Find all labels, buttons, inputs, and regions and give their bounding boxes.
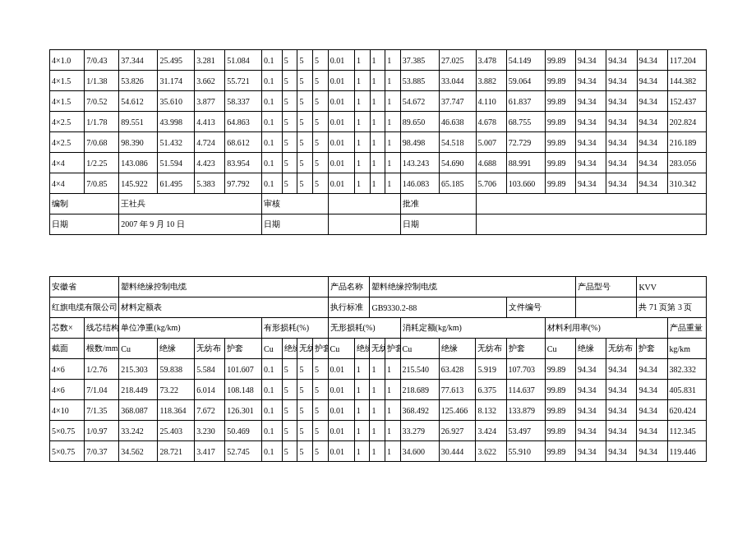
- table-cell: 1: [385, 441, 401, 462]
- table-cell: 94.34: [576, 50, 606, 71]
- table-cell: 152.437: [667, 91, 706, 112]
- table-cell: 51.084: [225, 50, 262, 71]
- table-row: 4×2.51/1.7889.55143.9984.41364.8630.1555…: [50, 112, 707, 132]
- table-cell: 54.149: [506, 50, 545, 71]
- table-cell: 5: [297, 359, 313, 380]
- table-cell: 7.672: [195, 400, 225, 421]
- table-cell: 1: [354, 359, 370, 380]
- table-cell: 5: [297, 380, 313, 400]
- table-cell: 72.729: [506, 132, 545, 153]
- table-cell: 112.345: [667, 421, 706, 441]
- table-cell: 5: [313, 112, 329, 132]
- table-cell: 1: [370, 50, 385, 71]
- table-cell: 5: [297, 421, 313, 441]
- table-cell: 5: [297, 400, 313, 421]
- table-cell: 3.877: [195, 91, 225, 112]
- data-table-1: 4×1.07/0.4337.34425.4953.28151.0840.1555…: [49, 49, 707, 235]
- col-product-weight: 产品重量: [667, 318, 706, 339]
- table-cell: 0.01: [328, 50, 354, 71]
- table-cell: 0.01: [328, 71, 354, 91]
- table-cell: 94.34: [637, 421, 667, 441]
- table-cell: 1: [354, 400, 370, 421]
- table-cell: 5: [313, 132, 329, 153]
- table-cell: 1: [370, 153, 385, 173]
- table-cell: 99.89: [545, 173, 575, 194]
- table-cell: 55.910: [506, 441, 545, 462]
- table-cell: 27.025: [439, 50, 476, 71]
- table-cell: 4×4: [50, 153, 85, 173]
- product-model-label: 产品型号: [575, 277, 636, 297]
- table-cell: 5: [282, 71, 297, 91]
- table-cell: 94.34: [576, 153, 606, 173]
- table-cell: 1/1.78: [85, 112, 119, 132]
- table-cell: 0.01: [328, 132, 354, 153]
- table-row: 4×1.07/0.4337.34425.4953.28151.0840.1555…: [50, 50, 707, 71]
- table-cell: 94.34: [606, 50, 637, 71]
- table-cell: 99.89: [545, 91, 575, 112]
- table-cell: 51.594: [158, 153, 195, 173]
- table-cell: 37.747: [439, 91, 476, 112]
- table-cell: 1: [370, 132, 385, 153]
- table-cell: 1: [370, 359, 385, 380]
- table-cell: 1: [354, 71, 370, 91]
- table-cell: 1: [385, 71, 401, 91]
- table-cell: 0.01: [328, 400, 354, 421]
- compile-date-label: 日期: [50, 214, 119, 235]
- table-cell: 1: [354, 112, 370, 132]
- table-cell: 94.34: [637, 173, 667, 194]
- table-cell: 143.086: [119, 153, 158, 173]
- data-table-2: 安徽省 塑料绝缘控制电缆 产品名称 塑料绝缘控制电缆 产品型号 KVV 红旗电缆…: [49, 276, 707, 462]
- table-cell: 118.364: [158, 400, 195, 421]
- table-cell: 4×6: [50, 380, 85, 400]
- table-cell: 7/0.43: [85, 50, 119, 71]
- table-cell: 143.243: [400, 153, 439, 173]
- table-cell: 94.34: [575, 441, 606, 462]
- table-cell: 94.34: [637, 132, 667, 153]
- table-cell: 7/0.85: [85, 173, 119, 194]
- table-cell: 5: [312, 421, 328, 441]
- table-cell: 4.688: [476, 153, 506, 173]
- table-row: 5×0.751/0.9733.24225.4033.23050.4690.155…: [50, 421, 707, 441]
- table-cell: 63.428: [439, 359, 476, 380]
- signature-row-dates: 日期 2007 年 9 月 10 日 日期 日期: [50, 214, 707, 235]
- table-cell: 4×1.5: [50, 71, 85, 91]
- table-cell: 99.89: [545, 359, 575, 380]
- table-cell: 28.721: [158, 441, 195, 462]
- table-cell: 4×2.5: [50, 132, 85, 153]
- table-cell: 218.449: [119, 380, 158, 400]
- doc-number-label: 文件编号: [506, 297, 575, 318]
- table-cell: 1: [385, 400, 401, 421]
- table-cell: 1: [385, 153, 401, 173]
- table-cell: 30.444: [439, 441, 476, 462]
- table-cell: 94.34: [576, 71, 606, 91]
- compile-label: 编制: [50, 194, 119, 214]
- table-cell: 4.724: [195, 132, 225, 153]
- table-cell: 103.660: [506, 173, 545, 194]
- table-cell: 0.1: [262, 132, 283, 153]
- table-cell: 1/0.97: [85, 421, 119, 441]
- table-cell: 5.383: [195, 173, 225, 194]
- table-cell: 125.466: [439, 400, 476, 421]
- table-cell: 117.204: [667, 50, 706, 71]
- table-cell: 73.22: [158, 380, 195, 400]
- table-row: 4×107/1.35368.087118.3647.672126.3010.15…: [50, 400, 707, 421]
- table-cell: 119.446: [667, 441, 706, 462]
- col-net-weight: 单位净重(kg/km): [119, 318, 262, 339]
- table-cell: 33.279: [400, 421, 439, 441]
- table-cell: 94.34: [606, 71, 637, 91]
- table-cell: 34.562: [119, 441, 158, 462]
- table-cell: 77.613: [439, 380, 476, 400]
- table-cell: 5: [282, 132, 297, 153]
- table-cell: 37.385: [400, 50, 439, 71]
- col-intangible-loss: 无形损耗(%): [328, 318, 400, 339]
- table-cell: 1: [354, 132, 370, 153]
- table-cell: 0.01: [328, 153, 354, 173]
- table-cell: 0.01: [328, 173, 354, 194]
- table-cell: 25.495: [158, 50, 195, 71]
- table-cell: 94.34: [606, 380, 637, 400]
- table-cell: 52.745: [225, 441, 262, 462]
- table-cell: 3.230: [195, 421, 225, 441]
- table-cell: 4×10: [50, 400, 85, 421]
- table-cell: 94.34: [637, 50, 667, 71]
- table-cell: 94.34: [606, 400, 637, 421]
